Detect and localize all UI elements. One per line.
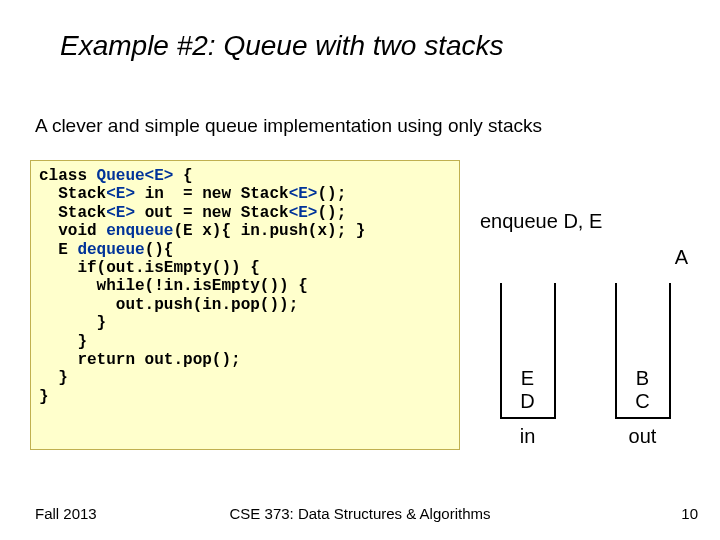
code-line-12: } (39, 369, 68, 387)
footer-page-number: 10 (681, 505, 698, 522)
slide-title: Example #2: Queue with two stacks (60, 30, 504, 62)
code-line-3: Stack<E> out = new Stack<E>(); (39, 204, 346, 222)
slide: Example #2: Queue with two stacks A clev… (0, 0, 720, 540)
footer-course: CSE 373: Data Structures & Algorithms (230, 505, 491, 522)
code-line-9: } (39, 314, 106, 332)
stack-diagram: enqueue D, E A E D B C in out (470, 210, 700, 448)
in-stack: E D (500, 283, 556, 419)
operation-label: enqueue D, E (480, 210, 700, 233)
code-line-13: } (39, 388, 49, 406)
out-stack: B C (615, 283, 671, 419)
stack-item: E (521, 367, 534, 390)
code-line-7: while(!in.isEmpty()) { (39, 277, 308, 295)
in-stack-label: in (502, 425, 554, 448)
code-line-11: return out.pop(); (39, 351, 241, 369)
out-stack-label: out (617, 425, 669, 448)
code-line-10: } (39, 333, 87, 351)
footer-term: Fall 2013 (35, 505, 97, 522)
code-line-2: Stack<E> in = new Stack<E>(); (39, 185, 346, 203)
code-line-4: void enqueue(E x){ in.push(x); } (39, 222, 365, 240)
code-block: class Queue<E> { Stack<E> in = new Stack… (30, 160, 460, 450)
code-line-8: out.push(in.pop()); (39, 296, 298, 314)
stack-item: B (636, 367, 649, 390)
code-line-5: E dequeue(){ (39, 241, 173, 259)
code-line-1: class Queue<E> { (39, 167, 193, 185)
stack-item: D (520, 390, 534, 413)
slide-subtitle: A clever and simple queue implementation… (35, 115, 542, 137)
code-line-6: if(out.isEmpty()) { (39, 259, 260, 277)
stacks-container: E D B C (470, 283, 700, 419)
stack-item: C (635, 390, 649, 413)
stack-captions: in out (470, 425, 700, 448)
popped-element: A (675, 246, 688, 269)
